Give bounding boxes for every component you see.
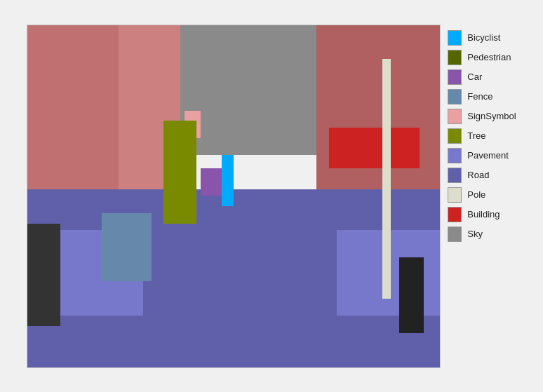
- legend-item-tree: Tree: [448, 128, 516, 144]
- legend-label-bicyclist: Bicyclist: [467, 32, 500, 43]
- legend-item-pavement: Pavement: [448, 148, 516, 163]
- sign-right-layer: [329, 128, 420, 169]
- legend-color-fence: [448, 89, 462, 104]
- legend-item-pole: Pole: [448, 187, 516, 203]
- pole-layer: [382, 59, 391, 299]
- legend-label-road: Road: [467, 170, 489, 180]
- person-layer: [222, 155, 234, 206]
- legend-item-signsymbol: SignSymbol: [448, 109, 516, 124]
- tree-layer: [163, 121, 196, 223]
- legend-label-tree: Tree: [467, 130, 485, 141]
- legend-panel: BicyclistPedestrianCarFenceSignSymbolTre…: [448, 25, 516, 248]
- legend-item-car: Car: [448, 69, 516, 85]
- legend-label-signsymbol: SignSymbol: [467, 111, 516, 121]
- legend-color-building: [448, 207, 462, 222]
- legend-color-road: [448, 168, 462, 183]
- legend-label-pedestrian: Pedestrian: [467, 52, 511, 62]
- legend-item-fence: Fence: [448, 89, 516, 104]
- legend-color-sky: [448, 227, 462, 242]
- legend-item-bicyclist: Bicyclist: [448, 30, 516, 46]
- seg-scene: [27, 25, 440, 367]
- legend-label-building: Building: [467, 209, 500, 219]
- app-container: BicyclistPedestrianCarFenceSignSymbolTre…: [0, 0, 543, 392]
- legend-item-sky: Sky: [448, 227, 516, 242]
- main-panel: BicyclistPedestrianCarFenceSignSymbolTre…: [13, 11, 530, 382]
- legend-color-pole: [448, 187, 462, 203]
- car-layer: [201, 168, 221, 196]
- segmentation-image: [27, 25, 441, 368]
- legend-color-pavement: [448, 148, 462, 163]
- legend-label-pole: Pole: [467, 189, 485, 200]
- legend-item-road: Road: [448, 168, 516, 183]
- legend-label-sky: Sky: [467, 229, 483, 239]
- legend-color-pedestrian: [448, 50, 462, 65]
- legend-item-building: Building: [448, 207, 516, 222]
- legend-color-bicyclist: [448, 30, 462, 46]
- legend-label-fence: Fence: [467, 91, 492, 102]
- legend-label-pavement: Pavement: [467, 150, 509, 161]
- legend-color-tree: [448, 128, 462, 144]
- legend-item-pedestrian: Pedestrian: [448, 50, 516, 65]
- fence-layer: [102, 213, 152, 282]
- legend-color-car: [448, 69, 462, 85]
- legend-color-signsymbol: [448, 109, 462, 124]
- legend-label-car: Car: [467, 72, 482, 82]
- bin-layer: [27, 224, 60, 326]
- bin2-layer: [399, 257, 424, 332]
